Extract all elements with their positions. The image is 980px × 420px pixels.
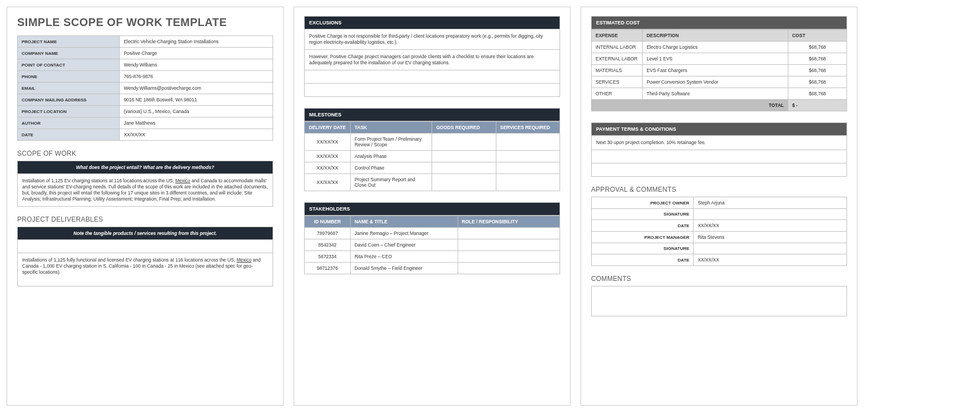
val-date1: XX/XX/XX: [694, 220, 847, 232]
milestones-heading: MILESTONES: [304, 108, 560, 121]
milestones-table: DELIVERY DATE TASK GOODS REQUIRED SERVIC…: [304, 121, 560, 191]
val-loc: (various) U.S., Mexico, Canada: [120, 106, 273, 117]
col-delivery-date: DELIVERY DATE: [305, 122, 351, 134]
cost-table: EXPENSE DESCRIPTION COST INTERNAL LABORE…: [591, 29, 847, 111]
col-desc: DESCRIPTION: [643, 30, 788, 42]
val-owner: Steph Arjuna: [694, 197, 847, 209]
doc-title: SIMPLE SCOPE OF WORK TEMPLATE: [17, 16, 273, 29]
table-row: 5672334Rita Preze – CEO: [305, 251, 560, 263]
comments-heading: COMMENTS: [591, 275, 847, 283]
deliverables-blank: [17, 240, 273, 253]
scope-prompt: What does the project entail? What are t…: [17, 161, 273, 174]
total-row: TOTAL $ -: [592, 100, 847, 111]
payment-blank2: [591, 163, 847, 177]
val-project-name: Electric Vehicle-Charging Station Instal…: [120, 36, 273, 48]
table-row: XX/XX/XXAnalysis Phase: [305, 151, 560, 162]
col-role: ROLE / RESPONSIBILITY: [458, 216, 560, 228]
stakeholders-table: ID NUMBER NAME & TITLE ROLE / RESPONSIBI…: [304, 216, 560, 274]
col-cost: COST: [788, 30, 846, 42]
label-addr: COMPANY MAILING ADDRESS: [18, 94, 120, 106]
label-poc: POINT OF CONTACT: [18, 59, 120, 71]
table-row: XX/XX/XXForm Project Team / Preliminary …: [305, 134, 560, 151]
col-goods: GOODS REQUIRED: [432, 122, 496, 134]
scope-heading: SCOPE OF WORK: [17, 150, 273, 157]
approval-table: PROJECT OWNERSteph Arjuna SIGNATURE DATE…: [591, 197, 847, 266]
label-date2: DATE: [592, 254, 694, 266]
label-sig2: SIGNATURE: [592, 243, 694, 254]
approval-heading: APPROVAL & COMMENTS: [591, 186, 847, 193]
label-date: DATE: [18, 129, 120, 141]
payment-heading: PAYMENT TERMS & CONDITIONS: [591, 122, 847, 136]
scope-body: Installation of 1,125 EV charging statio…: [17, 174, 273, 207]
col-id: ID NUMBER: [305, 216, 351, 228]
label-sig1: SIGNATURE: [592, 209, 694, 220]
label-author: AUTHOR: [18, 117, 120, 129]
table-row: XX/XX/XXProject Summary Report and Close…: [305, 174, 560, 191]
exclusions-blank1: [304, 70, 560, 84]
page-2: EXCLUSIONS Positive Charge is not respon…: [294, 7, 571, 406]
table-row: OTHERThird-Party Software$68,768: [592, 88, 847, 100]
table-row: 78979687Janine Remagio – Project Manager: [305, 228, 560, 239]
col-name: NAME & TITLE: [350, 216, 458, 228]
exclusions-line1: Positive Charge is not responsible for t…: [304, 29, 560, 50]
col-task: TASK: [350, 122, 432, 134]
project-info-table: PROJECT NAMEElectric Vehicle-Charging St…: [17, 35, 273, 141]
val-company: Positive Charge: [120, 48, 273, 59]
payment-line1: Next 30 upon project completion. 10% ret…: [591, 136, 847, 150]
label-loc: PROJECT LOCATION: [18, 106, 120, 117]
val-email: Wendy.Williams@postivecharge.com: [120, 83, 273, 94]
deliverables-heading: PROJECT DELIVERABLES: [17, 216, 273, 223]
val-pm: Rita Stevens: [694, 232, 847, 243]
comments-box: [591, 286, 847, 316]
table-row: XX/XX/XXControl Phase: [305, 162, 560, 174]
label-project-name: PROJECT NAME: [18, 36, 120, 48]
page-1: SIMPLE SCOPE OF WORK TEMPLATE PROJECT NA…: [7, 7, 284, 406]
table-row: MATERIALSEVS Fast Chargers$68,768: [592, 65, 847, 76]
exclusions-line2: However, Positive Charge project manager…: [304, 50, 560, 70]
exclusions-blank2: [304, 84, 560, 97]
exclusions-heading: EXCLUSIONS: [304, 16, 560, 29]
deliverables-body: Installations of 1,125 fully functional …: [17, 253, 273, 286]
label-phone: PHONE: [18, 71, 120, 83]
label-company: COMPANY NAME: [18, 48, 120, 59]
payment-blank1: [591, 150, 847, 163]
val-phone: 765-876-9876: [120, 71, 273, 83]
table-row: INTERNAL LABORElectro Charge Logistics$6…: [592, 42, 847, 53]
val-date2: XX/XX/XX: [694, 254, 847, 266]
col-services: SERVICES REQUIRED: [496, 122, 560, 134]
stakeholders-heading: STAKEHOLDERS: [304, 202, 560, 216]
table-row: 98712376Donald Smythe – Field Engineer: [305, 263, 560, 274]
val-addr: 9016 NE 186th Boswell, WA 98011: [120, 94, 273, 106]
page-3: ESTIMATED COST EXPENSE DESCRIPTION COST …: [581, 7, 858, 406]
col-expense: EXPENSE: [592, 30, 643, 42]
val-poc: Wendy Williams: [120, 59, 273, 71]
table-row: SERVICESPower Conversion System Vendor$6…: [592, 76, 847, 88]
deliverables-prompt: Note the tangible products / services re…: [17, 227, 273, 240]
cost-heading: ESTIMATED COST: [591, 16, 847, 29]
table-row: EXTERNAL LABORLevel 1 EVS$68,768: [592, 53, 847, 65]
label-email: EMAIL: [18, 83, 120, 94]
table-row: 8542342David Coen – Chief Engineer: [305, 239, 560, 251]
label-pm: PROJECT MANAGER: [592, 232, 694, 243]
val-date: XX/XX/XX: [120, 129, 273, 141]
label-date1: DATE: [592, 220, 694, 232]
val-author: Jane Matthews: [120, 117, 273, 129]
label-owner: PROJECT OWNER: [592, 197, 694, 209]
